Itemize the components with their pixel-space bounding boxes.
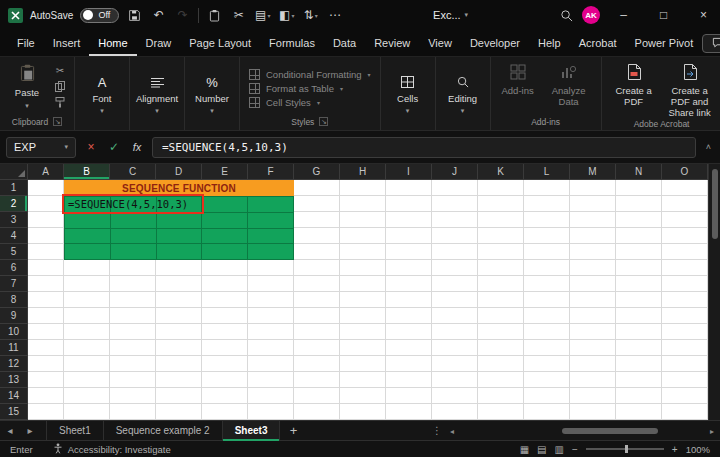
cell-L5[interactable]	[524, 244, 570, 260]
cell-M8[interactable]	[570, 292, 616, 308]
sheet-nav-left-icon[interactable]: ◂	[0, 425, 20, 436]
more-commands-icon[interactable]: ⋯	[326, 6, 343, 25]
green-cell[interactable]	[111, 229, 157, 245]
cell-E12[interactable]	[202, 356, 248, 372]
cell-B9[interactable]	[64, 308, 110, 324]
cell-F7[interactable]	[248, 276, 294, 292]
fill-color-icon[interactable]: ◧▾	[278, 6, 295, 25]
cell-N2[interactable]	[616, 196, 662, 212]
cell-A2[interactable]	[28, 196, 64, 212]
column-header-F[interactable]: F	[248, 164, 294, 180]
cell-H4[interactable]	[340, 228, 386, 244]
cell-G8[interactable]	[294, 292, 340, 308]
cell-I9[interactable]	[386, 308, 432, 324]
green-cell[interactable]	[157, 213, 203, 229]
cell-H15[interactable]	[340, 404, 386, 420]
cell-C13[interactable]	[110, 372, 156, 388]
row-header-2[interactable]: 2	[0, 196, 28, 212]
row-header-10[interactable]: 10	[0, 324, 28, 340]
cell-L2[interactable]	[524, 196, 570, 212]
cell-K2[interactable]	[478, 196, 524, 212]
horizontal-scroll-track[interactable]	[459, 427, 705, 435]
cell-H3[interactable]	[340, 212, 386, 228]
save-icon[interactable]	[126, 6, 143, 25]
cell-B15[interactable]	[64, 404, 110, 420]
cell-A11[interactable]	[28, 340, 64, 356]
cell-N15[interactable]	[616, 404, 662, 420]
cell-K9[interactable]	[478, 308, 524, 324]
normal-view-icon[interactable]: ▦	[520, 444, 529, 455]
cell-J7[interactable]	[432, 276, 478, 292]
green-cell[interactable]	[202, 244, 248, 260]
cell-M1[interactable]	[570, 180, 616, 196]
cell-B11[interactable]	[64, 340, 110, 356]
green-cell[interactable]	[248, 213, 294, 229]
cell-M14[interactable]	[570, 388, 616, 404]
minimize-button[interactable]: –	[607, 0, 640, 30]
column-header-G[interactable]: G	[294, 164, 340, 180]
format-as-table-button[interactable]: Format as Table▾	[244, 82, 376, 95]
row-header-13[interactable]: 13	[0, 372, 28, 388]
cell-N13[interactable]	[616, 372, 662, 388]
ribbon-tab-home[interactable]: Home	[89, 30, 136, 56]
redo-icon[interactable]: ↷	[174, 6, 191, 25]
sheet-tab-sequence-example-2[interactable]: Sequence example 2	[104, 421, 223, 441]
column-header-I[interactable]: I	[386, 164, 432, 180]
horizontal-scrollbar[interactable]: ◂ ▸	[450, 421, 714, 441]
cell-I1[interactable]	[386, 180, 432, 196]
row-header-12[interactable]: 12	[0, 356, 28, 372]
column-header-N[interactable]: N	[616, 164, 662, 180]
cell-F14[interactable]	[248, 388, 294, 404]
cell-H13[interactable]	[340, 372, 386, 388]
name-box[interactable]: EXP ▾	[6, 137, 76, 158]
cell-I15[interactable]	[386, 404, 432, 420]
number-group-button[interactable]: % Number ▾	[189, 73, 235, 117]
accessibility-status[interactable]: Accessibility: Investigate	[53, 443, 171, 456]
cell-B12[interactable]	[64, 356, 110, 372]
cell-B14[interactable]	[64, 388, 110, 404]
cell-I11[interactable]	[386, 340, 432, 356]
cell-A15[interactable]	[28, 404, 64, 420]
cell-O14[interactable]	[662, 388, 708, 404]
undo-icon[interactable]: ↶	[150, 6, 167, 25]
cell-styles-button[interactable]: Cell Styles▾	[244, 96, 376, 109]
row-header-15[interactable]: 15	[0, 404, 28, 420]
clipboard-dialog-launcher-icon[interactable]: ↘	[53, 117, 62, 126]
row-header-5[interactable]: 5	[0, 244, 28, 260]
ribbon-tab-acrobat[interactable]: Acrobat	[570, 30, 626, 56]
zoom-in-icon[interactable]: +	[672, 444, 678, 455]
search-icon[interactable]	[558, 6, 575, 25]
cell-D6[interactable]	[156, 260, 202, 276]
column-header-J[interactable]: J	[432, 164, 478, 180]
page-layout-view-icon[interactable]: ▤	[537, 444, 546, 455]
cell-B7[interactable]	[64, 276, 110, 292]
cell-B6[interactable]	[64, 260, 110, 276]
green-cell[interactable]	[248, 197, 294, 213]
cell-K15[interactable]	[478, 404, 524, 420]
cell-L8[interactable]	[524, 292, 570, 308]
row-header-4[interactable]: 4	[0, 228, 28, 244]
comments-button[interactable]: Comments	[702, 34, 720, 53]
cell-H7[interactable]	[340, 276, 386, 292]
cell-K8[interactable]	[478, 292, 524, 308]
cell-O5[interactable]	[662, 244, 708, 260]
copy-icon[interactable]	[52, 80, 68, 93]
cell-C15[interactable]	[110, 404, 156, 420]
cell-A1[interactable]	[28, 180, 64, 196]
cell-C7[interactable]	[110, 276, 156, 292]
cell-I12[interactable]	[386, 356, 432, 372]
cell-E8[interactable]	[202, 292, 248, 308]
green-cell[interactable]	[202, 229, 248, 245]
vertical-scrollbar[interactable]	[708, 164, 720, 420]
cell-D13[interactable]	[156, 372, 202, 388]
cell-D15[interactable]	[156, 404, 202, 420]
user-avatar[interactable]: AK	[582, 6, 600, 24]
column-header-L[interactable]: L	[524, 164, 570, 180]
green-cell[interactable]	[65, 213, 111, 229]
cell-N7[interactable]	[616, 276, 662, 292]
cell-F8[interactable]	[248, 292, 294, 308]
cell-B8[interactable]	[64, 292, 110, 308]
cell-H12[interactable]	[340, 356, 386, 372]
cell-D14[interactable]	[156, 388, 202, 404]
cell-E7[interactable]	[202, 276, 248, 292]
